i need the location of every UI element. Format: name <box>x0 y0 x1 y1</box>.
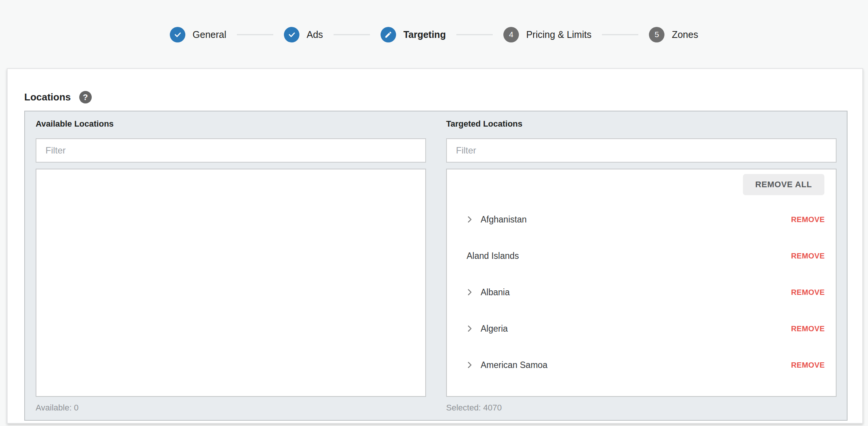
step-connector <box>456 34 493 35</box>
step-targeting[interactable]: Targeting <box>381 27 446 42</box>
locations-dual-panel: Available Locations Available: 0 Targete… <box>24 111 848 421</box>
list-item: AlbaniaREMOVE <box>447 280 836 304</box>
list-item: AfghanistanREMOVE <box>447 207 836 232</box>
chevron-right-icon[interactable] <box>464 287 475 298</box>
remove-link[interactable]: REMOVE <box>791 215 825 224</box>
list-item: American SamoaREMOVE <box>447 353 836 377</box>
step-connector <box>334 34 370 35</box>
page-title: Locations <box>24 91 71 103</box>
step-general[interactable]: General <box>170 27 226 42</box>
step-label: Zones <box>672 29 698 40</box>
available-locations-heading: Available Locations <box>36 119 426 129</box>
chevron-right-icon[interactable] <box>464 323 475 334</box>
step-label: Targeting <box>403 29 446 40</box>
step-ads[interactable]: Ads <box>284 27 323 42</box>
targeted-locations-heading: Targeted Locations <box>446 119 837 129</box>
help-icon[interactable]: ? <box>79 91 92 103</box>
step-zones[interactable]: 5Zones <box>649 27 698 42</box>
pencil-icon <box>381 27 396 42</box>
step-pricing-limits[interactable]: 4Pricing & Limits <box>503 27 591 42</box>
step-number: 4 <box>503 27 519 42</box>
step-label: General <box>193 29 226 40</box>
remove-link[interactable]: REMOVE <box>791 288 825 297</box>
step-connector <box>602 34 638 35</box>
remove-all-row: REMOVE ALL <box>447 174 824 195</box>
available-locations-list[interactable] <box>36 169 426 397</box>
location-name: Algeria <box>481 324 508 334</box>
selected-count-label: Selected: 4070 <box>446 403 837 413</box>
step-label: Pricing & Limits <box>526 29 591 40</box>
remove-link[interactable]: REMOVE <box>791 252 825 260</box>
check-icon <box>170 27 185 42</box>
remove-all-button[interactable]: REMOVE ALL <box>743 174 824 195</box>
remove-link[interactable]: REMOVE <box>791 361 825 370</box>
step-label: Ads <box>307 29 323 40</box>
list-item: AlgeriaREMOVE <box>447 316 836 341</box>
targeting-step-card: Locations ? Available Locations Availabl… <box>7 68 863 424</box>
location-name: Albania <box>481 287 510 298</box>
check-icon <box>284 27 299 42</box>
targeted-locations-panel: Targeted Locations REMOVE ALL Afghanista… <box>446 111 837 420</box>
location-name: American Samoa <box>481 360 547 370</box>
chevron-right-icon[interactable] <box>464 214 475 225</box>
chevron-right-icon[interactable] <box>464 359 475 371</box>
remove-link[interactable]: REMOVE <box>791 324 825 333</box>
step-number: 5 <box>649 27 664 42</box>
step-connector <box>237 34 273 35</box>
targeted-locations-list[interactable]: REMOVE ALL AfghanistanREMOVEAland Island… <box>446 169 837 397</box>
list-item: Aland IslandsREMOVE <box>447 244 836 268</box>
available-filter-input[interactable] <box>36 138 426 163</box>
targeted-filter-input[interactable] <box>446 138 837 163</box>
available-locations-panel: Available Locations Available: 0 <box>36 111 426 420</box>
location-name: Aland Islands <box>467 251 519 261</box>
locations-section-header: Locations ? <box>24 91 92 103</box>
location-name: Afghanistan <box>481 215 526 225</box>
wizard-stepper: GeneralAdsTargeting4Pricing & Limits5Zon… <box>0 0 868 69</box>
available-count-label: Available: 0 <box>36 403 426 413</box>
